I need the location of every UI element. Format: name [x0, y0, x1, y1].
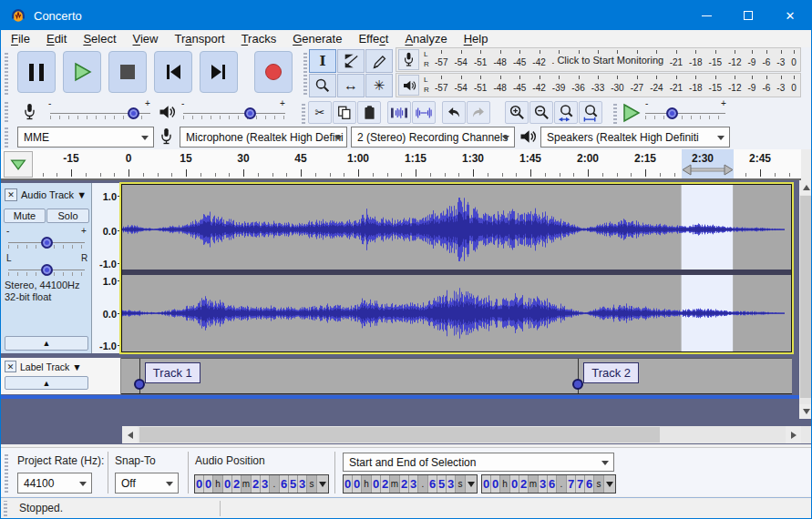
play-speed-slider[interactable]: [645, 107, 725, 119]
time-digit[interactable]: 3: [447, 475, 456, 493]
time-unit[interactable]: s: [456, 475, 466, 493]
selection-toolbar-gripper[interactable]: [5, 453, 8, 493]
zoom-out-button[interactable]: [529, 101, 553, 124]
time-field-dropdown[interactable]: [317, 475, 328, 493]
time-digit[interactable]: 6: [428, 475, 437, 493]
record-volume-slider[interactable]: [50, 107, 150, 119]
pan-slider[interactable]: [8, 263, 85, 276]
time-digit[interactable]: 2: [400, 475, 409, 493]
time-digit[interactable]: 0: [195, 475, 204, 493]
label-marker-handle[interactable]: [134, 379, 145, 390]
menu-item-generate[interactable]: Generate: [284, 31, 350, 46]
time-digit[interactable]: 0: [344, 475, 353, 493]
fit-project-button[interactable]: [579, 101, 602, 124]
status-bar-gripper[interactable]: [4, 501, 7, 516]
time-digit[interactable]: 3: [298, 475, 307, 493]
menu-item-effect[interactable]: Effect: [350, 31, 396, 46]
audio-track-panel[interactable]: ✕ Audio Track ▼ Mute Solo - + L R Stereo…: [1, 183, 92, 353]
paste-button[interactable]: [357, 101, 381, 124]
time-digit[interactable]: 5: [289, 475, 298, 493]
time-digit[interactable]: 3: [539, 475, 548, 493]
collapse-track-button[interactable]: ▲: [5, 336, 88, 351]
mixer-toolbar-gripper[interactable]: [5, 102, 8, 122]
project-rate-dropdown[interactable]: 44100: [17, 473, 92, 494]
silence-audio-button[interactable]: [412, 101, 436, 124]
audio-host-dropdown[interactable]: MME: [17, 127, 154, 148]
time-digit[interactable]: 6: [585, 475, 594, 493]
time-digit[interactable]: 0: [372, 475, 381, 493]
pan-thumb[interactable]: [41, 264, 53, 276]
record-meter-overlay[interactable]: Click to Start Monitoring: [553, 55, 667, 66]
time-unit[interactable]: s: [307, 475, 317, 493]
time-digit[interactable]: 0: [491, 475, 500, 493]
audio-track-title[interactable]: Audio Track ▼: [21, 189, 87, 200]
menu-item-file[interactable]: File: [3, 31, 38, 46]
time-unit[interactable]: m: [242, 475, 252, 493]
time-unit[interactable]: h: [213, 475, 223, 493]
horizontal-scrollbar[interactable]: [122, 426, 801, 443]
edit-toolbar-gripper[interactable]: [302, 102, 305, 124]
envelope-tool-button[interactable]: [337, 49, 365, 73]
record-volume-thumb[interactable]: [128, 107, 139, 119]
vertical-scroll-thumb[interactable]: [800, 196, 812, 398]
zoom-in-button[interactable]: [505, 101, 529, 124]
menu-item-transport[interactable]: Transport: [166, 31, 232, 46]
label-track-panel[interactable]: ✕ Label Track ▼ ▲: [1, 358, 121, 394]
collapse-track-button[interactable]: ▲: [5, 376, 88, 390]
menu-item-tracks[interactable]: Tracks: [233, 31, 285, 46]
time-digit[interactable]: 3: [409, 475, 418, 493]
time-digit[interactable]: 2: [381, 475, 390, 493]
transport-toolbar-gripper[interactable]: [5, 51, 8, 95]
menu-item-help[interactable]: Help: [456, 31, 497, 46]
close-track-button[interactable]: ✕: [5, 361, 16, 372]
skip-to-end-button[interactable]: [200, 51, 238, 93]
audio-track-waveform[interactable]: [121, 184, 792, 352]
time-digit[interactable]: 5: [437, 475, 447, 493]
label-text-box[interactable]: Track 1: [145, 362, 200, 383]
label-track-content[interactable]: Track 1Track 2: [121, 358, 792, 394]
time-digit[interactable]: 2: [252, 475, 261, 493]
menu-item-view[interactable]: View: [125, 31, 167, 46]
copy-button[interactable]: [333, 101, 356, 124]
snap-to-dropdown[interactable]: Off: [115, 473, 179, 494]
time-digit[interactable]: 2: [519, 475, 529, 493]
time-unit[interactable]: .: [557, 475, 567, 493]
time-digit[interactable]: 6: [280, 475, 289, 493]
maximize-button[interactable]: [727, 1, 769, 30]
time-unit[interactable]: .: [418, 475, 428, 493]
menu-item-edit[interactable]: Edit: [38, 31, 75, 46]
trim-audio-button[interactable]: [387, 101, 411, 124]
skip-to-start-button[interactable]: [154, 51, 192, 93]
zoom-tool-button[interactable]: [309, 74, 336, 97]
time-digit[interactable]: 0: [223, 475, 232, 493]
draw-tool-button[interactable]: [365, 49, 393, 73]
playback-meter[interactable]: L R -57-54-51-48-45-42-39-36-33-30-27-24…: [396, 73, 801, 97]
selection-mode-dropdown[interactable]: Start and End of Selection: [343, 453, 614, 472]
zoom-to-selection-button[interactable]: [554, 101, 578, 124]
stop-button[interactable]: [108, 51, 147, 93]
time-digit[interactable]: 2: [232, 475, 242, 493]
time-digit[interactable]: 0: [482, 475, 491, 493]
time-unit[interactable]: h: [362, 475, 372, 493]
play-at-speed-gripper[interactable]: [613, 102, 617, 124]
gain-thumb[interactable]: [41, 237, 53, 249]
play-speed-thumb[interactable]: [666, 107, 678, 119]
time-unit[interactable]: m: [529, 475, 539, 493]
recording-channels-dropdown[interactable]: 2 (Stereo) Recording Channels: [351, 127, 515, 148]
time-digit[interactable]: 7: [567, 475, 576, 493]
time-digit[interactable]: 0: [353, 475, 362, 493]
horizontal-scroll-thumb[interactable]: [139, 427, 660, 443]
label-text-box[interactable]: Track 2: [583, 362, 639, 383]
time-shift-tool-button[interactable]: ↔: [337, 74, 365, 97]
vertical-scrollbar[interactable]: [799, 180, 812, 419]
pause-button[interactable]: [17, 51, 56, 93]
play-button[interactable]: [63, 51, 101, 93]
playback-meter-speaker-button[interactable]: [398, 75, 419, 96]
recording-meter-mic-button[interactable]: [398, 49, 419, 70]
tools-toolbar-gripper[interactable]: [303, 51, 307, 95]
menu-item-select[interactable]: Select: [75, 31, 124, 46]
solo-button[interactable]: Solo: [46, 209, 89, 223]
label-marker-handle[interactable]: [572, 379, 583, 390]
vertical-scale-ruler[interactable]: 1.0 0.0 -1.0 1.0 0.0 -1.0: [92, 183, 121, 353]
timeline-options-button[interactable]: [4, 151, 33, 178]
